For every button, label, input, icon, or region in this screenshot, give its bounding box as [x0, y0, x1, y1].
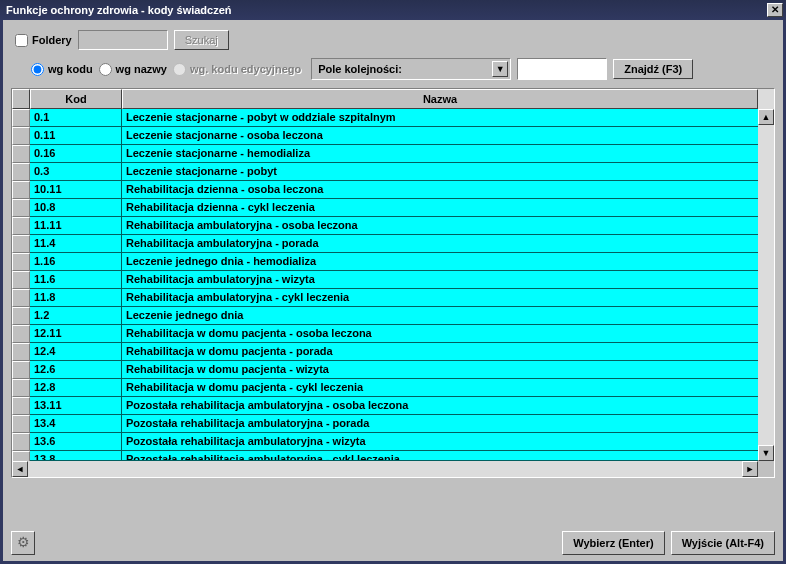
radio-wg-kodu[interactable]: wg kodu	[31, 63, 93, 76]
radio-wg-nazwy-input[interactable]	[99, 63, 112, 76]
row-selector[interactable]	[12, 181, 30, 199]
table-row[interactable]: 11.8Rehabilitacja ambulatoryjna - cykl l…	[12, 289, 758, 307]
cell-kod: 0.11	[30, 127, 122, 145]
radio-wg-kodu-label: wg kodu	[48, 63, 93, 75]
row-selector[interactable]	[12, 343, 30, 361]
scroll-up-icon[interactable]: ▲	[758, 109, 774, 125]
search-input[interactable]	[517, 58, 607, 80]
cell-nazwa: Leczenie stacjonarne - pobyt w oddziale …	[122, 109, 758, 127]
cell-nazwa: Pozostała rehabilitacja ambulatoryjna - …	[122, 397, 758, 415]
table-row[interactable]: 0.16Leczenie stacjonarne - hemodializa	[12, 145, 758, 163]
table-row[interactable]: 13.8Pozostała rehabilitacja ambulatoryjn…	[12, 451, 758, 461]
radio-wg-kodu-input[interactable]	[31, 63, 44, 76]
cell-nazwa: Leczenie jednego dnia	[122, 307, 758, 325]
row-selector[interactable]	[12, 235, 30, 253]
table-row[interactable]: 13.4Pozostała rehabilitacja ambulatoryjn…	[12, 415, 758, 433]
radio-wg-edycyjnego: wg. kodu edycyjnego	[173, 63, 301, 76]
scroll-right-icon[interactable]: ►	[742, 461, 758, 477]
row-selector[interactable]	[12, 307, 30, 325]
gear-icon: ⚙	[17, 534, 30, 550]
wybierz-button[interactable]: Wybierz (Enter)	[562, 531, 664, 555]
cell-kod: 0.3	[30, 163, 122, 181]
foldery-label: Foldery	[32, 34, 72, 46]
cell-kod: 12.8	[30, 379, 122, 397]
titlebar: Funkcje ochrony zdrowia - kody świadczeń…	[0, 0, 786, 20]
table-row[interactable]: 12.6Rehabilitacja w domu pacjenta - wizy…	[12, 361, 758, 379]
foldery-checkbox-input[interactable]	[15, 34, 28, 47]
column-header-kod[interactable]: Kod	[30, 89, 122, 109]
vertical-scrollbar[interactable]: ▲ ▼	[758, 89, 774, 461]
table-row[interactable]: 11.6Rehabilitacja ambulatoryjna - wizyta	[12, 271, 758, 289]
cell-nazwa: Leczenie stacjonarne - hemodializa	[122, 145, 758, 163]
scroll-down-icon[interactable]: ▼	[758, 445, 774, 461]
wyjscie-button[interactable]: Wyjście (Alt-F4)	[671, 531, 775, 555]
cell-nazwa: Rehabilitacja w domu pacjenta - osoba le…	[122, 325, 758, 343]
row-selector[interactable]	[12, 433, 30, 451]
scroll-left-icon[interactable]: ◄	[12, 461, 28, 477]
cell-kod: 12.6	[30, 361, 122, 379]
cell-kod: 1.2	[30, 307, 122, 325]
row-selector[interactable]	[12, 271, 30, 289]
foldery-checkbox[interactable]: Foldery	[15, 34, 72, 47]
row-selector[interactable]	[12, 199, 30, 217]
settings-button[interactable]: ⚙	[11, 531, 35, 555]
table-row[interactable]: 0.1Leczenie stacjonarne - pobyt w oddzia…	[12, 109, 758, 127]
folder-field	[78, 30, 168, 50]
row-selector[interactable]	[12, 325, 30, 343]
cell-kod: 13.11	[30, 397, 122, 415]
table-row[interactable]: 1.16Leczenie jednego dnia - hemodializa	[12, 253, 758, 271]
row-selector[interactable]	[12, 253, 30, 271]
table-row[interactable]: 11.4Rehabilitacja ambulatoryjna - porada	[12, 235, 758, 253]
row-selector[interactable]	[12, 415, 30, 433]
row-selector[interactable]	[12, 451, 30, 461]
column-header-nazwa[interactable]: Nazwa	[122, 89, 758, 109]
cell-nazwa: Rehabilitacja dzienna - osoba leczona	[122, 181, 758, 199]
radio-wg-edycyjnego-label: wg. kodu edycyjnego	[190, 63, 301, 75]
close-button[interactable]: ✕	[767, 3, 783, 17]
cell-nazwa: Rehabilitacja w domu pacjenta - cykl lec…	[122, 379, 758, 397]
cell-kod: 13.6	[30, 433, 122, 451]
row-selector[interactable]	[12, 379, 30, 397]
radio-wg-edycyjnego-input	[173, 63, 186, 76]
table-row[interactable]: 12.8Rehabilitacja w domu pacjenta - cykl…	[12, 379, 758, 397]
row-selector[interactable]	[12, 397, 30, 415]
cell-nazwa: Pozostała rehabilitacja ambulatoryjna - …	[122, 415, 758, 433]
pole-kolejnosci-dropdown[interactable]: Pole kolejności: ▼	[311, 58, 511, 80]
table-row[interactable]: 10.11Rehabilitacja dzienna - osoba leczo…	[12, 181, 758, 199]
toolbar-top: Foldery Szukaj	[11, 28, 775, 58]
table-row[interactable]: 13.6Pozostała rehabilitacja ambulatoryjn…	[12, 433, 758, 451]
cell-kod: 0.1	[30, 109, 122, 127]
znajdz-button[interactable]: Znajdź (F3)	[613, 59, 693, 79]
table-row[interactable]: 12.4Rehabilitacja w domu pacjenta - pora…	[12, 343, 758, 361]
grid-header: Kod Nazwa ▲	[12, 89, 774, 109]
cell-nazwa: Rehabilitacja ambulatoryjna - wizyta	[122, 271, 758, 289]
dropdown-label: Pole kolejności:	[318, 63, 402, 75]
row-selector[interactable]	[12, 145, 30, 163]
table-row[interactable]: 11.11Rehabilitacja ambulatoryjna - osoba…	[12, 217, 758, 235]
cell-kod: 0.16	[30, 145, 122, 163]
table-row[interactable]: 10.8Rehabilitacja dzienna - cykl leczeni…	[12, 199, 758, 217]
table-row[interactable]: 12.11Rehabilitacja w domu pacjenta - oso…	[12, 325, 758, 343]
row-selector[interactable]	[12, 217, 30, 235]
row-selector[interactable]	[12, 289, 30, 307]
table-row[interactable]: 1.2Leczenie jednego dnia	[12, 307, 758, 325]
footer: ⚙ Wybierz (Enter) Wyjście (Alt-F4)	[11, 531, 775, 555]
row-selector[interactable]	[12, 163, 30, 181]
radio-wg-nazwy[interactable]: wg nazwy	[99, 63, 167, 76]
row-selector[interactable]	[12, 361, 30, 379]
chevron-down-icon[interactable]: ▼	[492, 61, 508, 77]
horizontal-scrollbar[interactable]: ◄ ►	[12, 461, 758, 477]
column-header-selector[interactable]	[12, 89, 30, 109]
cell-nazwa: Rehabilitacja ambulatoryjna - porada	[122, 235, 758, 253]
cell-nazwa: Leczenie stacjonarne - pobyt	[122, 163, 758, 181]
table-row[interactable]: 0.3Leczenie stacjonarne - pobyt	[12, 163, 758, 181]
radio-wg-nazwy-label: wg nazwy	[116, 63, 167, 75]
sort-radio-group: wg kodu wg nazwy wg. kodu edycyjnego	[31, 63, 301, 76]
row-selector[interactable]	[12, 109, 30, 127]
cell-nazwa: Pozostała rehabilitacja ambulatoryjna - …	[122, 433, 758, 451]
row-selector[interactable]	[12, 127, 30, 145]
szukaj-button: Szukaj	[174, 30, 229, 50]
table-row[interactable]: 13.11Pozostała rehabilitacja ambulatoryj…	[12, 397, 758, 415]
table-row[interactable]: 0.11Leczenie stacjonarne - osoba leczona	[12, 127, 758, 145]
cell-nazwa: Leczenie jednego dnia - hemodializa	[122, 253, 758, 271]
